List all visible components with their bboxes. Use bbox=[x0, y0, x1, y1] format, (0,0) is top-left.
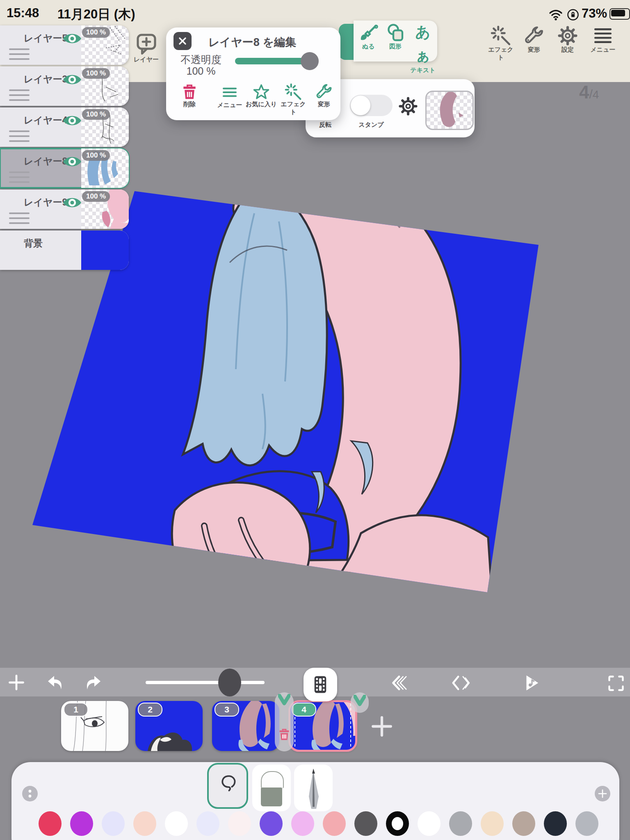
color-swatch[interactable] bbox=[260, 811, 283, 836]
stamp-toggle[interactable] bbox=[350, 95, 393, 116]
layer-menu-button[interactable]: メニュー bbox=[216, 84, 243, 109]
color-swatch[interactable] bbox=[196, 811, 219, 836]
onion-skin-icon[interactable] bbox=[451, 673, 470, 692]
lasso-tool-selected[interactable] bbox=[207, 763, 248, 809]
color-swatch[interactable] bbox=[323, 811, 346, 836]
color-swatch[interactable] bbox=[575, 811, 598, 836]
add-layer-button[interactable]: レイヤー bbox=[134, 32, 159, 64]
opacity-slider-knob[interactable] bbox=[301, 52, 319, 70]
color-swatch[interactable] bbox=[102, 811, 125, 836]
edit-layer-popup: レイヤー8 を編集 不透明度 100 % 削除 メニュー お気に入り エフェクト… bbox=[166, 27, 340, 120]
undo-button[interactable] bbox=[45, 673, 65, 692]
shape-tool-button[interactable]: 図形 bbox=[382, 23, 409, 50]
color-swatch[interactable] bbox=[291, 811, 314, 836]
palette-drag-handle[interactable] bbox=[22, 786, 38, 801]
color-swatch[interactable] bbox=[354, 811, 377, 836]
frame-2[interactable]: 2 bbox=[135, 701, 203, 751]
eraser-tool[interactable] bbox=[252, 765, 291, 811]
color-swatch[interactable] bbox=[165, 811, 188, 836]
effect-label: エフェクト bbox=[486, 46, 516, 62]
layer-effect-button[interactable]: エフェクト bbox=[278, 83, 309, 116]
layer-row[interactable]: レイヤー3 100 % bbox=[0, 66, 129, 106]
opacity-value: 100 % bbox=[178, 65, 224, 77]
layer-visibility-icon[interactable] bbox=[62, 154, 82, 169]
status-date: 11月20日 (木) bbox=[57, 6, 135, 23]
add-frame-button[interactable] bbox=[370, 714, 394, 738]
frames-mode-button[interactable] bbox=[304, 668, 337, 701]
layer-drag-handle[interactable] bbox=[9, 130, 30, 145]
layer-row[interactable]: レイヤー9 100 % bbox=[0, 189, 129, 229]
skip-back-icon[interactable] bbox=[390, 673, 409, 692]
color-swatch-ring[interactable] bbox=[386, 811, 409, 836]
page-separator: / bbox=[589, 87, 592, 101]
layer-row-background[interactable]: 背景 bbox=[0, 231, 129, 270]
add-page-button[interactable] bbox=[7, 673, 25, 692]
layer-drag-handle[interactable] bbox=[9, 212, 30, 227]
stamp-settings-gear-icon[interactable] bbox=[398, 96, 418, 116]
close-popup-button[interactable] bbox=[173, 32, 192, 50]
stamp-thumbnail[interactable] bbox=[425, 91, 474, 130]
layer-thumbnail[interactable] bbox=[81, 231, 129, 270]
color-swatch[interactable] bbox=[481, 811, 504, 836]
layer-transform-button[interactable]: 変形 bbox=[310, 83, 338, 108]
settings-button[interactable]: 設定 bbox=[553, 25, 582, 54]
layer-row-selected[interactable]: レイヤー8 100 % bbox=[0, 148, 129, 188]
frame-number-badge: 1 bbox=[64, 703, 88, 717]
layer-row[interactable]: レイヤー4 100 % bbox=[0, 107, 129, 147]
layer-name: レイヤー9 bbox=[24, 196, 67, 209]
frame-number-badge: 2 bbox=[138, 703, 162, 717]
redo-button[interactable] bbox=[84, 673, 103, 692]
layer-visibility-icon[interactable] bbox=[62, 195, 82, 210]
effect-button[interactable]: エフェクト bbox=[486, 25, 516, 62]
effect-wand-icon bbox=[491, 25, 511, 46]
menu-icon bbox=[592, 25, 614, 46]
transform-label: 変形 bbox=[519, 46, 549, 54]
layer-opacity-badge: 100 % bbox=[82, 109, 110, 120]
opacity-slider-track[interactable] bbox=[235, 58, 310, 64]
color-swatch[interactable] bbox=[544, 811, 567, 836]
frame-number-badge-selected: 4 bbox=[292, 703, 316, 717]
color-swatch[interactable] bbox=[418, 811, 441, 836]
text-tool-label: テキスト bbox=[409, 66, 436, 74]
text-tool-button[interactable]: あぁ テキスト bbox=[409, 21, 436, 74]
flip-label: 反転 bbox=[313, 121, 338, 129]
effect-wand-icon bbox=[284, 83, 302, 100]
layer-row[interactable]: レイヤー5 100 % bbox=[0, 25, 129, 65]
onion-marker-left-icon[interactable] bbox=[278, 694, 290, 705]
color-swatch[interactable] bbox=[228, 811, 251, 836]
tool-card: ぬる 図形 あぁ テキスト bbox=[354, 21, 437, 62]
fullscreen-icon[interactable] bbox=[607, 674, 625, 692]
color-swatch[interactable] bbox=[70, 811, 93, 836]
menu-button[interactable]: メニュー bbox=[587, 25, 619, 54]
shapes-icon bbox=[386, 23, 405, 43]
wrench-icon bbox=[524, 25, 544, 46]
favorite-label: お気に入り bbox=[244, 100, 278, 108]
layer-visibility-icon[interactable] bbox=[62, 72, 82, 87]
layer-drag-handle[interactable] bbox=[9, 48, 30, 63]
layer-name: 背景 bbox=[24, 237, 43, 250]
onion-marker-right-icon[interactable] bbox=[354, 695, 366, 706]
layer-name: レイヤー8 bbox=[24, 155, 67, 168]
add-color-button[interactable] bbox=[595, 786, 610, 801]
color-swatch[interactable] bbox=[512, 811, 535, 836]
favorite-button[interactable]: お気に入り bbox=[244, 83, 278, 108]
frame-3[interactable]: 3 bbox=[212, 701, 279, 751]
timeline-slider-track[interactable] bbox=[146, 681, 265, 684]
color-swatch[interactable] bbox=[39, 811, 62, 836]
frame-4-selected[interactable]: 4 bbox=[289, 701, 356, 751]
layers-panel: レイヤー5 100 % レイヤー3 100 % レイヤー4 100 % レイヤー… bbox=[0, 25, 129, 272]
delete-frame-icon[interactable] bbox=[277, 726, 291, 742]
layer-drag-handle[interactable] bbox=[9, 89, 30, 104]
transform-button[interactable]: 変形 bbox=[519, 25, 549, 54]
delete-layer-button[interactable]: 削除 bbox=[176, 82, 203, 108]
frame-1[interactable]: 1 bbox=[61, 701, 128, 751]
play-button[interactable] bbox=[522, 673, 541, 692]
timeline-slider-knob[interactable] bbox=[218, 669, 241, 696]
color-swatch[interactable] bbox=[449, 811, 472, 836]
color-swatch[interactable] bbox=[133, 811, 156, 836]
layer-drag-handle[interactable] bbox=[9, 171, 30, 186]
pen-tool[interactable] bbox=[294, 765, 333, 811]
layer-visibility-icon[interactable] bbox=[62, 31, 82, 46]
paint-tool-button[interactable]: ぬる bbox=[355, 23, 381, 50]
layer-visibility-icon[interactable] bbox=[62, 113, 82, 128]
